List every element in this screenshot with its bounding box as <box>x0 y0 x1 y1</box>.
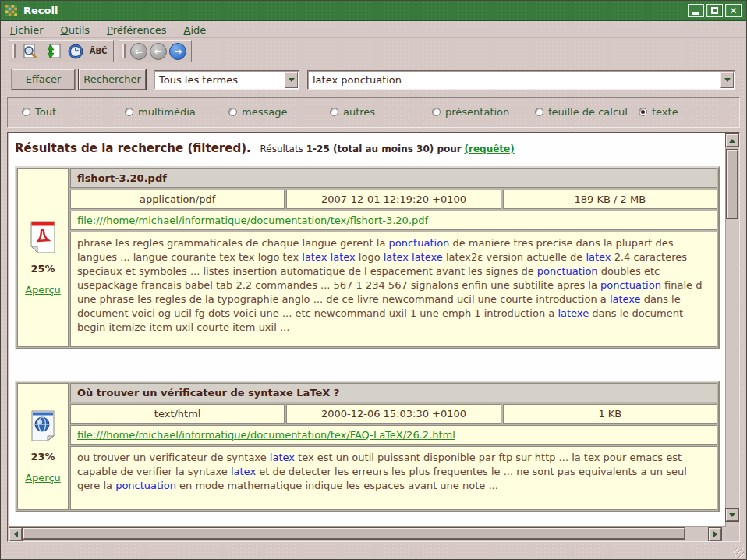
search-button[interactable]: Rechercher <box>79 69 146 90</box>
result-mime: text/html <box>70 404 285 424</box>
filter-feuille-de-calcul[interactable]: feuille de calcul <box>535 106 628 118</box>
arrow-up-icon <box>729 139 735 143</box>
statusbar <box>1 542 746 560</box>
result-date: 2000-12-06 15:03:30 +0100 <box>286 404 501 424</box>
search-mode-combobox[interactable]: Tous les termes <box>154 70 299 90</box>
menu-outils[interactable]: Outils <box>61 24 90 36</box>
clock-icon <box>67 43 84 60</box>
filter-texte[interactable]: texte <box>639 106 678 118</box>
maximize-button[interactable] <box>706 4 723 17</box>
filter-multimedia[interactable]: multimédia <box>125 106 196 118</box>
category-filter-frame: Tout multimédia message autres présentat… <box>7 97 740 128</box>
result-title: flshort-3.20.pdf <box>70 168 717 188</box>
document-magnifier-icon <box>22 43 39 60</box>
recoll-app-icon <box>5 5 17 16</box>
update-index-button[interactable] <box>43 42 63 61</box>
search-mode-dropdown-button[interactable] <box>285 72 298 88</box>
filter-label: présentation <box>445 106 509 118</box>
result-snippet: phrase les regles grammaticales de chaqu… <box>70 232 717 347</box>
menu-fichier[interactable]: Fichier <box>10 24 44 36</box>
result-item-2: 23% Aperçu Où trouver un vérificateur de… <box>15 381 720 512</box>
close-button[interactable]: ✕ <box>725 4 742 17</box>
filter-message[interactable]: message <box>228 106 287 118</box>
relevance-percent: 23% <box>30 451 55 463</box>
result-item-1: 25% Aperçu flshort-3.20.pdf application/… <box>15 166 720 349</box>
preview-link[interactable]: Aperçu <box>25 284 61 296</box>
radio-icon <box>125 108 133 116</box>
result-meta-row: text/html 2000-12-06 15:03:30 +0100 1 KB <box>70 404 717 424</box>
result-mime: application/pdf <box>70 190 285 209</box>
results-panel: Résultats de la recherche (filtered). Ré… <box>7 132 740 542</box>
search-history-dropdown-button[interactable] <box>720 72 734 88</box>
previous-page-icon: ← <box>154 47 162 56</box>
filter-label: texte <box>652 106 678 118</box>
results-header: Résultats de la recherche (filtered). Ré… <box>15 141 721 155</box>
filter-presentation[interactable]: présentation <box>432 106 509 118</box>
scroll-down-button[interactable] <box>726 509 738 521</box>
update-index-icon <box>44 43 62 60</box>
clear-button[interactable]: Effacer <box>12 69 75 90</box>
vertical-scroll-thumb[interactable] <box>727 150 738 218</box>
maximize-icon <box>711 7 718 14</box>
menu-preferences[interactable]: Préférences <box>107 24 166 36</box>
scroll-left-button[interactable] <box>9 528 22 541</box>
radio-icon <box>22 108 30 116</box>
result-url-row: file:///home/michael/informatique/docume… <box>70 211 717 230</box>
term-explorer-button[interactable]: ÂBĈ <box>88 42 108 61</box>
spell-abc-icon: ÂBĈ <box>90 47 108 55</box>
result-snippet: ou trouver un verificateur de syntaxe la… <box>70 446 717 510</box>
results-title: Résultats de la recherche (filtered). <box>15 141 251 155</box>
close-icon: ✕ <box>729 6 737 16</box>
scroll-right-button[interactable] <box>709 528 721 541</box>
query-link[interactable]: (requête) <box>465 144 515 154</box>
next-page-button[interactable]: → <box>169 43 186 60</box>
toolbar-grip[interactable] <box>12 44 16 58</box>
titlebar: Recoll ✕ <box>1 1 746 21</box>
history-button[interactable] <box>65 42 86 61</box>
window-controls: ✕ <box>688 4 742 17</box>
result-url-link[interactable]: file:///home/michael/informatique/docume… <box>77 429 455 441</box>
chevron-down-icon <box>724 78 731 82</box>
filter-label: Tout <box>35 106 56 118</box>
filter-tout[interactable]: Tout <box>22 106 56 118</box>
arrow-right-icon <box>713 531 717 537</box>
scroll-up-button[interactable] <box>726 134 738 147</box>
horizontal-scrollbar[interactable] <box>9 526 726 541</box>
filter-label: message <box>242 106 287 118</box>
result-url-link[interactable]: file:///home/michael/informatique/docume… <box>77 214 428 226</box>
next-page-icon: → <box>174 47 182 56</box>
preview-document-button[interactable] <box>20 42 41 61</box>
toolbar-group-navigation: ⇐ ← → <box>119 40 192 62</box>
previous-page-button[interactable]: ← <box>150 43 167 60</box>
filter-autres[interactable]: autres <box>330 106 375 118</box>
result-2-side: 23% Aperçu <box>17 383 69 510</box>
minimize-button[interactable] <box>688 4 704 17</box>
recoll-window: Recoll ✕ Fichier Outils Préférences Aide <box>0 0 747 560</box>
html-document-icon <box>30 410 55 441</box>
pdf-document-icon <box>30 221 56 253</box>
results-gap <box>15 349 721 381</box>
first-page-button[interactable]: ⇐ <box>130 43 147 60</box>
result-date: 2007-12-01 12:19:20 +0100 <box>286 190 501 209</box>
results-viewport: Résultats de la recherche (filtered). Ré… <box>9 133 726 526</box>
chevron-down-icon <box>289 78 295 82</box>
results-count-range: 1-25 (total au moins 30) pour <box>306 144 462 154</box>
search-mode-value: Tous les termes <box>154 74 285 86</box>
result-1-side: 25% Aperçu <box>17 168 69 347</box>
minimize-icon <box>692 12 699 15</box>
horizontal-scroll-thumb[interactable] <box>23 528 685 539</box>
relevance-percent: 25% <box>30 263 55 275</box>
result-size: 1 KB <box>503 404 717 424</box>
arrow-left-icon <box>14 531 18 537</box>
result-title: Où trouver un vérificateur de syntaxe La… <box>70 383 717 402</box>
vertical-scrollbar[interactable] <box>725 133 738 526</box>
radio-icon <box>228 108 237 116</box>
radio-icon <box>432 108 441 116</box>
filter-label: autres <box>343 106 375 118</box>
menu-aide[interactable]: Aide <box>184 24 207 36</box>
preview-link[interactable]: Aperçu <box>25 472 61 484</box>
results-count-prefix: Résultats <box>260 144 303 154</box>
search-input[interactable] <box>308 74 720 86</box>
resize-grip[interactable] <box>734 548 744 558</box>
toolbar-grip[interactable] <box>122 44 126 58</box>
